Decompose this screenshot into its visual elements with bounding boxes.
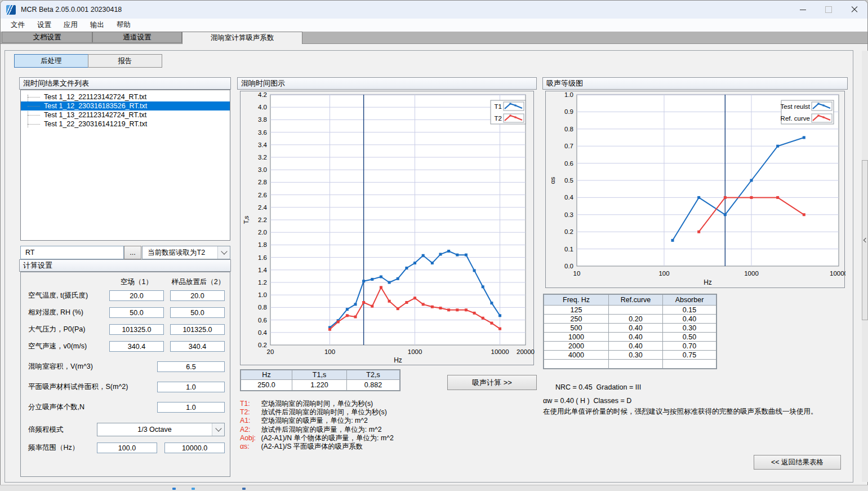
file-name: Test 1_13_221123142724_RT.txt xyxy=(44,110,146,120)
symbol-key: αs: xyxy=(240,443,259,451)
svg-text:1000: 1000 xyxy=(744,270,759,277)
tab-0[interactable]: 文档设置 xyxy=(2,32,92,43)
absorption-calc-button[interactable]: 吸声计算 >> xyxy=(447,375,537,390)
calc-single-field-0[interactable]: 6.5 xyxy=(157,361,225,372)
rt-name-input[interactable]: RT xyxy=(20,246,124,259)
grade-table-cell: 0.40 xyxy=(609,333,662,341)
taskbar-icon xyxy=(242,488,246,490)
calc-single-field-2[interactable]: 1.0 xyxy=(157,402,225,413)
grade-table-row-3[interactable]: 10000.400.50 xyxy=(544,333,716,341)
col-header-with-sample: 样品放置后（2） xyxy=(170,277,226,287)
freq-range-label: 频率范围（Hz） xyxy=(28,443,79,453)
taskbar-icon xyxy=(172,488,176,490)
absorption-grade-chart[interactable]: 0.00.10.20.30.40.50.60.70.80.91.01010010… xyxy=(546,91,845,289)
svg-text:1.6: 1.6 xyxy=(258,254,267,261)
freq-max-field[interactable]: 10000.0 xyxy=(164,443,225,453)
svg-text:4.2: 4.2 xyxy=(258,91,267,98)
taskbar-sliver xyxy=(0,485,868,491)
calc-row-label-3: 空气声速，v0(m/s) xyxy=(28,341,87,352)
browse-button[interactable]: ... xyxy=(124,246,141,259)
minimize-button[interactable] xyxy=(790,1,816,19)
file-list-item-0[interactable]: Test 1_12_221123142724_RT.txt xyxy=(21,92,230,101)
rt-table-cell: 1.220 xyxy=(292,380,346,390)
menu-item-2[interactable]: 应用 xyxy=(58,19,83,32)
svg-text:3.6: 3.6 xyxy=(258,129,267,136)
svg-text:2.4: 2.4 xyxy=(258,204,268,211)
file-list-item-3[interactable]: Test 1_22_230316141219_RT.txt xyxy=(21,120,230,129)
file-name: Test 1_12_221123142724_RT.txt xyxy=(44,92,146,101)
calc-field-0-sample[interactable]: 20.0 xyxy=(170,290,225,301)
calc-single-label-0: 混响室容积，V(m^3) xyxy=(28,361,93,372)
tree-branch-icon xyxy=(28,106,40,107)
calc-field-1-sample[interactable]: 50.0 xyxy=(170,307,225,318)
panel-collapse-splitter[interactable] xyxy=(862,160,868,320)
grade-chart-panel: 0.00.10.20.30.40.50.60.70.80.91.01010010… xyxy=(545,91,845,288)
file-list-item-1[interactable]: Test 1_12_230316183526_RT.txt xyxy=(21,101,230,110)
symbol-key: A2: xyxy=(240,426,259,434)
rt-chart-panel: 0.20.40.60.81.01.21.41.61.82.02.22.42.62… xyxy=(240,91,534,365)
screen: MCR Beta 2.05.0.001 20230418 文件设置应用输出帮助 … xyxy=(0,0,868,491)
grade-table-header-2: Absorber xyxy=(663,295,716,305)
octave-mode-combobox[interactable]: 1/3 Octave xyxy=(97,423,225,436)
grade-table-row-0[interactable]: 1250.15 xyxy=(544,306,716,314)
rt-table-row-0[interactable]: 250.01.2200.882 xyxy=(241,380,399,390)
subtab-1[interactable]: 报告 xyxy=(88,54,162,68)
svg-text:2.2: 2.2 xyxy=(258,216,267,223)
rt-chart-header: 混响时间图示 xyxy=(237,77,537,90)
grade-table-cell: 0.30 xyxy=(663,324,716,332)
title-bar: MCR Beta 2.05.0.001 20230418 xyxy=(1,1,867,19)
combo-arrow[interactable] xyxy=(212,423,224,436)
rt-chart[interactable]: 0.20.40.60.81.01.21.41.61.82.02.22.42.62… xyxy=(241,91,535,366)
tab-2[interactable]: 混响室计算吸声系数 xyxy=(182,32,302,44)
calc-field-2-sample[interactable]: 101325.0 xyxy=(170,324,225,335)
freq-min-field[interactable]: 100.0 xyxy=(97,443,157,453)
minimize-icon xyxy=(800,10,806,10)
calc-field-2-empty[interactable]: 101325.0 xyxy=(109,324,164,335)
back-to-results-button[interactable]: << 返回结果表格 xyxy=(754,455,841,470)
grade-table-row-5[interactable]: 40000.300.75 xyxy=(544,351,716,359)
calc-field-3-empty[interactable]: 340.4 xyxy=(109,341,164,352)
calc-field-3-sample[interactable]: 340.4 xyxy=(170,341,225,352)
app-window: MCR Beta 2.05.0.001 20230418 文件设置应用输出帮助 … xyxy=(0,0,868,485)
symbol-desc: 空场混响室的吸声量，单位为: m^2 xyxy=(259,417,368,424)
grade-chart-header: 吸声等级图 xyxy=(542,77,848,90)
chevron-left-icon xyxy=(863,238,867,242)
menu-item-4[interactable]: 帮助 xyxy=(111,19,136,32)
grade-table-cell: 0.40 xyxy=(663,315,716,323)
svg-text:2.6: 2.6 xyxy=(258,192,267,198)
file-name: Test 1_12_230316183526_RT.txt xyxy=(44,101,147,110)
aw-result-text: αw = 0.40 ( H ) Classes = D xyxy=(543,397,631,405)
svg-text:0.5: 0.5 xyxy=(564,177,573,184)
calc-field-1-empty[interactable]: 50.0 xyxy=(109,307,164,318)
svg-text:3.8: 3.8 xyxy=(258,116,267,123)
rt-value-table[interactable]: HzT1,sT2,s250.01.2200.882 xyxy=(240,369,400,391)
subtab-0[interactable]: 后处理 xyxy=(14,54,88,68)
close-button[interactable] xyxy=(842,1,867,19)
grade-table-row-1[interactable]: 2500.200.40 xyxy=(544,315,716,323)
menu-item-1[interactable]: 设置 xyxy=(32,19,57,32)
grade-table-row-6[interactable] xyxy=(544,360,716,368)
tree-branch-icon xyxy=(28,97,40,98)
grade-table-row-4[interactable]: 20000.400.70 xyxy=(544,342,716,350)
tab-1[interactable]: 通道设置 xyxy=(92,32,182,43)
maximize-button[interactable] xyxy=(816,1,842,19)
rt-file-list[interactable]: Test 1_12_221123142724_RT.txtTest 1_12_2… xyxy=(20,90,230,241)
svg-text:1.8: 1.8 xyxy=(258,241,267,248)
grade-table-header-1: Ref.curve xyxy=(609,295,662,305)
calc-row-label-2: 大气压力，P0(Pa) xyxy=(28,324,85,335)
calc-field-0-empty[interactable]: 20.0 xyxy=(109,290,164,301)
svg-text:10: 10 xyxy=(573,270,581,277)
window-controls xyxy=(790,1,867,19)
combo-arrow[interactable] xyxy=(217,246,230,259)
file-list-item-2[interactable]: Test 1_13_221123142724_RT.txt xyxy=(21,110,230,120)
svg-text:0.8: 0.8 xyxy=(258,304,267,311)
symbol-desc: (A2-A1)/S 平面吸声体的吸声系数 xyxy=(259,443,363,450)
grade-table-row-2[interactable]: 5000.400.30 xyxy=(544,324,716,332)
data-read-combobox[interactable]: 当前数据读取为T2 xyxy=(142,246,230,259)
menu-item-0[interactable]: 文件 xyxy=(5,19,30,32)
svg-text:20000: 20000 xyxy=(517,348,535,355)
menu-item-3[interactable]: 输出 xyxy=(84,19,110,32)
calc-single-field-1[interactable]: 1.0 xyxy=(157,382,225,392)
calc-single-label-2: 分立吸声体个数,N xyxy=(28,402,84,413)
grade-value-table[interactable]: Freq. HzRef.curveAbsorber1250.152500.200… xyxy=(543,294,717,369)
